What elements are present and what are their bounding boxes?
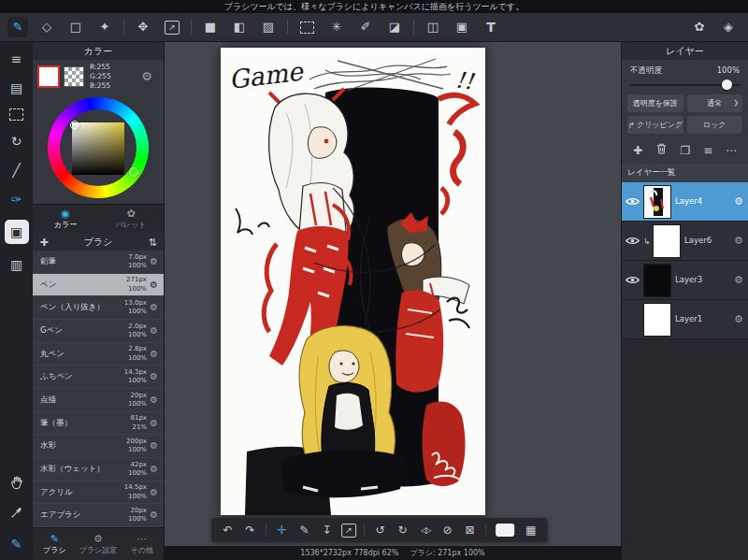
save-download-icon[interactable]: ↧: [316, 520, 338, 540]
fill-tool-icon[interactable]: ■: [200, 17, 221, 37]
brush-gear-icon[interactable]: ⚙: [147, 488, 161, 497]
brush-item[interactable]: アクリル 14.5px100% ⚙: [33, 481, 164, 505]
canvas[interactable]: Game !!: [221, 48, 485, 515]
brush-item[interactable]: 筆（墨） 81px21% ⚙: [33, 412, 164, 436]
brush-gear-icon[interactable]: ⚙: [147, 510, 161, 520]
brush-gear-icon[interactable]: ⚙: [147, 303, 161, 312]
transform-tool-icon[interactable]: ↗: [165, 21, 180, 35]
pen-icon[interactable]: ✎: [294, 520, 315, 540]
redo-icon[interactable]: ↷: [239, 520, 261, 540]
brush-gear-icon[interactable]: ⚙: [147, 372, 161, 381]
pen-mode-icon[interactable]: ✎: [7, 536, 27, 553]
layer-gear-icon[interactable]: ⚙: [731, 236, 746, 246]
tab-palette[interactable]: ✿ パレット: [98, 205, 164, 233]
select-eraser-tool-icon[interactable]: ◪: [384, 17, 405, 37]
brush-item[interactable]: 水彩 200px100% ⚙: [33, 435, 164, 458]
rotate-view-icon[interactable]: ↻: [7, 133, 27, 150]
reference-tile-icon[interactable]: [496, 524, 514, 537]
grid-icon[interactable]: ▦: [520, 520, 541, 540]
brush-gear-icon[interactable]: ⚙: [147, 441, 161, 451]
rotate-ccw-icon[interactable]: ↺: [369, 520, 391, 540]
brush-gear-icon[interactable]: ⚙: [147, 465, 161, 474]
brush-item[interactable]: Gペン 2.0px100% ⚙: [33, 320, 164, 343]
clipping-button[interactable]: ↱ クリッピング: [627, 116, 683, 134]
text-tool-icon[interactable]: T: [481, 17, 501, 37]
eyedropper-icon[interactable]: [9, 506, 23, 524]
slider-knob[interactable]: [722, 79, 732, 90]
brush-gear-icon[interactable]: ⚙: [147, 326, 161, 336]
transparent-color-swatch[interactable]: [64, 66, 84, 87]
brush-item[interactable]: ペン（入り抜き） 13.0px100% ⚙: [33, 296, 164, 320]
shape-tool-icon[interactable]: □: [65, 17, 86, 37]
tab-color[interactable]: ◉ カラー: [33, 205, 98, 233]
layer-gear-icon[interactable]: ⚙: [731, 314, 746, 324]
brush-gear-icon[interactable]: ⚙: [147, 280, 161, 290]
brush-gear-icon[interactable]: ⚙: [147, 257, 161, 266]
select-move-tool-icon[interactable]: ▣: [452, 17, 472, 37]
brush-tool-icon[interactable]: ✎: [7, 17, 28, 37]
layer-list-icon[interactable]: ≡: [703, 145, 712, 156]
brush-item[interactable]: 水彩（ウェット） 42px100% ⚙: [33, 458, 164, 481]
magic-wand-tool-icon[interactable]: ✳: [326, 17, 347, 37]
tab-brush-settings[interactable]: ⚙ ブラシ設定: [77, 528, 121, 560]
saturation-value-square[interactable]: [72, 122, 124, 175]
brush-gear-icon[interactable]: ⚙: [147, 419, 161, 428]
layers-panel-icon[interactable]: ◈: [718, 17, 739, 37]
scatter-tool-icon[interactable]: ✦: [94, 17, 115, 37]
color-palette-icon[interactable]: ✿: [689, 17, 710, 37]
add-layer-icon[interactable]: ✚: [633, 145, 642, 156]
foreground-color-swatch[interactable]: [39, 67, 58, 86]
undo-icon[interactable]: ↶: [217, 520, 238, 540]
hide-view-icon[interactable]: ⊘: [437, 520, 458, 540]
layer-gear-icon[interactable]: ⚙: [731, 196, 746, 207]
duplicate-layer-icon[interactable]: ❐: [681, 145, 691, 156]
brush-gear-icon[interactable]: ⚙: [147, 350, 161, 359]
materials-icon[interactable]: ▥: [7, 256, 27, 273]
layer-row[interactable]: Layer1 ⚙: [622, 300, 748, 339]
select-panel-icon[interactable]: [9, 108, 23, 121]
hue-selector[interactable]: [129, 167, 138, 177]
hand-tool-icon[interactable]: [9, 475, 24, 494]
layer-row[interactable]: ↳ Layer6 ⚙: [622, 222, 748, 261]
layer-gear-icon[interactable]: ⚙: [731, 275, 746, 285]
tab-other[interactable]: ⋯ その他: [120, 528, 164, 560]
divide-canvas-icon[interactable]: ◫: [423, 17, 443, 37]
brush-item[interactable]: エアブラシ 20px100% ⚙: [33, 504, 164, 527]
sv-selector[interactable]: [70, 121, 79, 130]
lock-button[interactable]: ロック: [687, 116, 743, 134]
color-settings-gear-icon[interactable]: ⚙: [137, 66, 157, 87]
sort-brushes-icon[interactable]: ⇅: [146, 233, 159, 253]
tab-brush[interactable]: ✎ ブラシ: [33, 528, 77, 560]
brush-edit-icon[interactable]: ✑: [7, 191, 27, 208]
brush-item-selected[interactable]: ペン 271px100% ⚙: [33, 274, 164, 297]
delete-layer-icon[interactable]: [655, 141, 668, 159]
cross-snap-icon[interactable]: ✛: [271, 520, 293, 540]
flip-horizontal-icon[interactable]: ◁▷: [414, 520, 436, 540]
visibility-eye-icon[interactable]: [622, 236, 643, 246]
rotate-cw-icon[interactable]: ↻: [392, 520, 413, 540]
select-pen-tool-icon[interactable]: ✐: [355, 17, 376, 37]
more-options-icon[interactable]: ⋯: [726, 145, 737, 156]
export-icon[interactable]: ↗: [341, 524, 356, 538]
brush-item[interactable]: ふちペン 14.3px100% ⚙: [33, 366, 164, 389]
brush-gear-icon[interactable]: ⚙: [147, 395, 161, 405]
visibility-eye-icon[interactable]: [622, 275, 643, 285]
gradient-tool-icon[interactable]: ▨: [258, 17, 279, 37]
visibility-eye-icon[interactable]: [622, 196, 643, 207]
clear-icon[interactable]: ⊠: [459, 520, 481, 540]
opacity-slider[interactable]: [630, 78, 740, 92]
layer-row-selected[interactable]: Layer4 ⚙: [622, 182, 748, 222]
active-panel-icon[interactable]: ▣: [5, 220, 29, 244]
menu-icon[interactable]: ≡: [7, 50, 27, 67]
protect-alpha-button[interactable]: 透明度を保護: [627, 94, 683, 112]
eraser-tool-icon[interactable]: ◇: [36, 17, 57, 37]
ruler-icon[interactable]: ╱: [7, 162, 27, 179]
brush-item[interactable]: 点描 20px100% ⚙: [33, 389, 164, 412]
select-rect-tool-icon[interactable]: [300, 22, 314, 34]
layer-row[interactable]: Layer3 ⚙: [622, 261, 748, 300]
document-icon[interactable]: ▤: [7, 79, 27, 96]
blend-mode-button[interactable]: 通常 ❯: [687, 94, 743, 112]
add-brush-icon[interactable]: ✚: [37, 233, 50, 253]
move-tool-icon[interactable]: ✥: [133, 17, 153, 37]
bucket-tool-icon[interactable]: ◧: [229, 17, 250, 37]
